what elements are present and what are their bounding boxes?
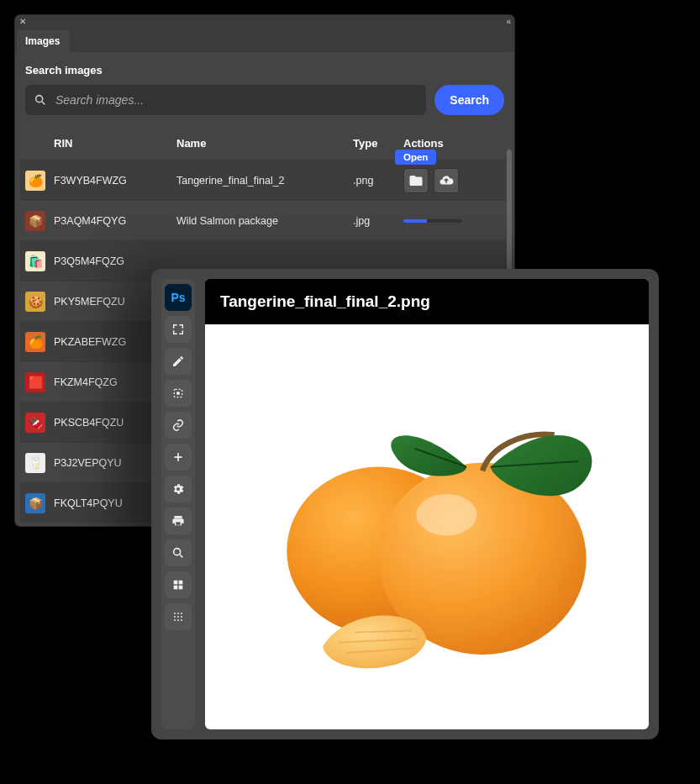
svg-point-23 xyxy=(417,494,477,535)
svg-point-18 xyxy=(174,619,176,621)
svg-rect-9 xyxy=(179,581,183,585)
cell-type: .jpg xyxy=(353,215,403,227)
svg-point-12 xyxy=(174,613,176,614)
col-rin: RIN xyxy=(54,137,176,150)
cell-name: Tangerine_final_final_2 xyxy=(176,175,353,187)
search-box xyxy=(25,85,426,115)
link-icon[interactable] xyxy=(165,412,192,439)
upload-button[interactable] xyxy=(434,168,459,193)
thumbnail: 📦 xyxy=(25,211,45,231)
svg-point-3 xyxy=(177,392,180,395)
svg-point-16 xyxy=(177,616,179,618)
thumbnail: 🍊 xyxy=(25,332,45,352)
table-row[interactable]: 📦P3AQM4FQYGWild Salmon package.jpg xyxy=(20,200,509,240)
print-icon[interactable] xyxy=(165,508,192,534)
tab-row: Images xyxy=(15,29,514,52)
grid-small-icon[interactable] xyxy=(165,603,192,630)
svg-point-14 xyxy=(181,613,182,614)
svg-rect-10 xyxy=(174,586,178,590)
section-label: Search images xyxy=(15,52,514,85)
tab-images[interactable]: Images xyxy=(17,30,70,52)
cell-actions: Open xyxy=(403,168,487,193)
cell-name: Wild Salmon package xyxy=(176,215,353,227)
viewer-main: Tangerine_final_final_2.png xyxy=(205,279,649,729)
table-row[interactable]: 🍊F3WYB4FWZGTangerine_final_final_2.pngOp… xyxy=(20,160,509,200)
plus-icon[interactable] xyxy=(165,444,192,471)
svg-point-13 xyxy=(177,613,179,614)
svg-point-20 xyxy=(181,619,182,621)
panel-titlebar: ✕ « xyxy=(15,15,514,29)
canvas[interactable] xyxy=(205,324,649,729)
thumbnail: 🍫 xyxy=(25,413,45,433)
collapse-icon[interactable]: « xyxy=(506,17,511,26)
thumbnail: 🍊 xyxy=(25,171,45,191)
cell-rin: F3WYB4FWZG xyxy=(54,175,176,187)
pencil-icon[interactable] xyxy=(165,348,192,375)
expand-icon[interactable] xyxy=(165,316,192,343)
thumbnail: 🛍️ xyxy=(25,251,45,271)
open-button[interactable] xyxy=(403,168,429,193)
svg-point-19 xyxy=(177,619,179,621)
tangerine-image xyxy=(227,345,626,709)
svg-line-1 xyxy=(42,102,45,104)
gear-icon[interactable] xyxy=(165,476,192,502)
tooltip-open: Open xyxy=(395,150,436,165)
col-actions: Actions xyxy=(403,137,487,150)
thumbnail: 🟥 xyxy=(25,372,45,392)
cell-rin: P3Q5M4FQZG xyxy=(54,255,176,267)
svg-point-17 xyxy=(181,616,182,618)
col-type: Type xyxy=(353,137,403,150)
viewer-title: Tangerine_final_final_2.png xyxy=(205,279,649,324)
search-input[interactable] xyxy=(55,93,418,107)
progress-bar xyxy=(403,219,462,223)
svg-point-0 xyxy=(36,96,43,103)
svg-line-7 xyxy=(180,555,182,557)
svg-rect-11 xyxy=(179,586,183,590)
search-row: Search xyxy=(15,85,514,127)
svg-point-15 xyxy=(174,616,176,618)
close-icon[interactable]: ✕ xyxy=(19,17,29,27)
col-name: Name xyxy=(176,137,353,150)
crop-icon[interactable] xyxy=(165,380,192,407)
grid-large-icon[interactable] xyxy=(165,571,192,598)
svg-point-6 xyxy=(174,549,181,555)
image-viewer: Ps Tangerine_final_ xyxy=(151,269,659,739)
viewer-toolbar: Ps xyxy=(161,279,195,729)
thumbnail: 🍪 xyxy=(25,292,45,312)
cell-actions xyxy=(403,219,487,223)
cell-type: .png xyxy=(353,175,403,187)
thumbnail: 🥛 xyxy=(25,453,45,473)
search-tool-icon[interactable] xyxy=(165,539,192,566)
svg-rect-8 xyxy=(174,581,178,585)
search-button[interactable]: Search xyxy=(434,85,504,115)
photoshop-button[interactable]: Ps xyxy=(165,284,192,311)
thumbnail: 📦 xyxy=(25,493,45,513)
search-icon xyxy=(34,93,47,107)
cell-rin: P3AQM4FQYG xyxy=(54,215,176,227)
